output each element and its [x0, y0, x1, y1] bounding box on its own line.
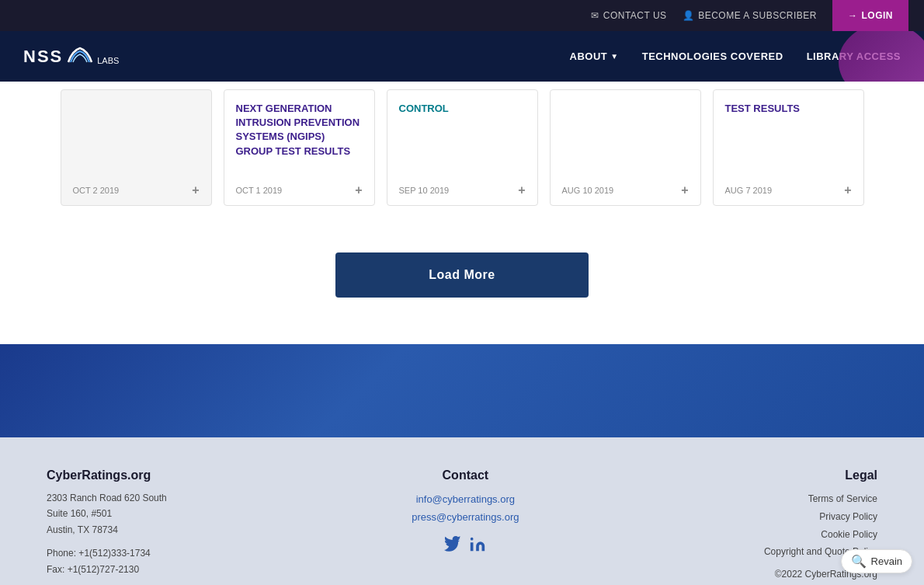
nav-technologies[interactable]: TECHNOLOGIES COVERED	[642, 50, 783, 62]
revain-badge[interactable]: 🔍 Revain	[841, 549, 912, 573]
footer-email2[interactable]: press@cyberratings.org	[412, 508, 519, 526]
card-3: CONTROL SEP 10 2019 +	[387, 89, 538, 206]
footer-address: 2303 Ranch Road 620 South Suite 160, #50…	[47, 490, 167, 538]
footer-terms-link[interactable]: Terms of Service	[764, 490, 877, 508]
card-4-date: AUG 10 2019	[562, 186, 614, 195]
revain-icon: 🔍	[851, 554, 867, 569]
svg-rect-0	[471, 542, 474, 551]
footer-inner: CyberRatings.org 2303 Ranch Road 620 Sou…	[47, 468, 877, 580]
cards-section: OCT 2 2019 + NEXT GENERATION INTRUSION P…	[0, 82, 924, 229]
card-3-date: SEP 10 2019	[399, 186, 450, 195]
main-nav: NSS LABS ABOUT ▼ TECHNOLOGIES COVERED LI…	[0, 31, 924, 82]
load-more-section: Load More	[0, 229, 924, 344]
footer-contact-title: Contact	[412, 468, 519, 482]
footer-legal-title: Legal	[764, 468, 877, 482]
card-5-footer: AUG 7 2019 +	[725, 183, 852, 197]
footer-address-line1: 2303 Ranch Road 620 South	[47, 493, 167, 503]
load-more-button[interactable]: Load More	[335, 252, 588, 298]
footer: CyberRatings.org 2303 Ranch Road 620 Sou…	[0, 437, 924, 585]
logo-text: NSS	[23, 47, 63, 67]
linkedin-icon[interactable]	[469, 536, 486, 557]
mail-icon: ✉	[591, 10, 599, 21]
footer-fax-number: Fax: +1(512)727-2130	[47, 564, 139, 575]
card-3-title: CONTROL	[399, 102, 526, 116]
person-icon: 👤	[683, 10, 695, 21]
chevron-down-icon: ▼	[610, 52, 618, 61]
card-3-footer: SEP 10 2019 +	[399, 183, 526, 197]
card-2-title: NEXT GENERATION INTRUSION PREVENTION SYS…	[236, 102, 363, 158]
card-5-date: AUG 7 2019	[725, 186, 773, 195]
logo-subtitle: LABS	[97, 56, 119, 65]
card-3-plus-button[interactable]: +	[518, 183, 525, 197]
card-1: OCT 2 2019 +	[61, 89, 212, 206]
footer-privacy-link[interactable]: Privacy Policy	[764, 508, 877, 526]
footer-address-line3: Austin, TX 78734	[47, 524, 118, 535]
footer-phone-number: Phone: +1(512)333-1734	[47, 548, 151, 559]
svg-point-1	[471, 538, 474, 541]
card-5: TEST RESULTS AUG 7 2019 +	[713, 89, 864, 206]
footer-email1[interactable]: info@cyberratings.org	[412, 490, 519, 508]
card-2-footer: OCT 1 2019 +	[236, 183, 363, 197]
footer-social-links	[412, 536, 519, 557]
nav-library[interactable]: LIBRARY ACCESS	[807, 50, 901, 62]
card-2: NEXT GENERATION INTRUSION PREVENTION SYS…	[224, 89, 375, 206]
logo-arc-icon	[64, 47, 96, 66]
nav-about[interactable]: ABOUT ▼	[570, 50, 619, 62]
footer-phone: Phone: +1(512)333-1734 Fax: +1(512)727-2…	[47, 545, 167, 577]
revain-label: Revain	[871, 555, 902, 567]
cards-row: OCT 2 2019 + NEXT GENERATION INTRUSION P…	[23, 89, 901, 206]
card-5-title: TEST RESULTS	[725, 102, 852, 116]
card-1-plus-button[interactable]: +	[192, 183, 199, 197]
become-subscriber-link[interactable]: 👤 BECOME A SUBSCRIBER	[683, 10, 817, 21]
card-4: AUG 10 2019 +	[550, 89, 701, 206]
card-1-date: OCT 2 2019	[73, 186, 120, 195]
top-bar: ✉ CONTACT US 👤 BECOME A SUBSCRIBER → LOG…	[0, 0, 924, 31]
blue-gradient-band	[0, 344, 924, 437]
footer-address-line2: Suite 160, #501	[47, 508, 112, 519]
login-icon: →	[848, 10, 858, 21]
contact-us-link[interactable]: ✉ CONTACT US	[591, 10, 666, 21]
twitter-icon[interactable]	[444, 536, 461, 557]
card-1-footer: OCT 2 2019 +	[73, 183, 200, 197]
footer-cookie-link[interactable]: Cookie Policy	[764, 526, 877, 544]
footer-org-col: CyberRatings.org 2303 Ranch Road 620 Sou…	[47, 468, 167, 580]
card-2-plus-button[interactable]: +	[355, 183, 362, 197]
card-2-date: OCT 1 2019	[236, 186, 283, 195]
footer-contact-col: Contact info@cyberratings.org press@cybe…	[412, 468, 519, 580]
card-5-plus-button[interactable]: +	[844, 183, 851, 197]
login-button[interactable]: → LOGIN	[832, 0, 908, 31]
card-4-footer: AUG 10 2019 +	[562, 183, 689, 197]
card-4-plus-button[interactable]: +	[681, 183, 688, 197]
logo[interactable]: NSS LABS	[23, 47, 119, 67]
nav-links: ABOUT ▼ TECHNOLOGIES COVERED LIBRARY ACC…	[570, 50, 901, 62]
footer-org-name: CyberRatings.org	[47, 468, 167, 482]
